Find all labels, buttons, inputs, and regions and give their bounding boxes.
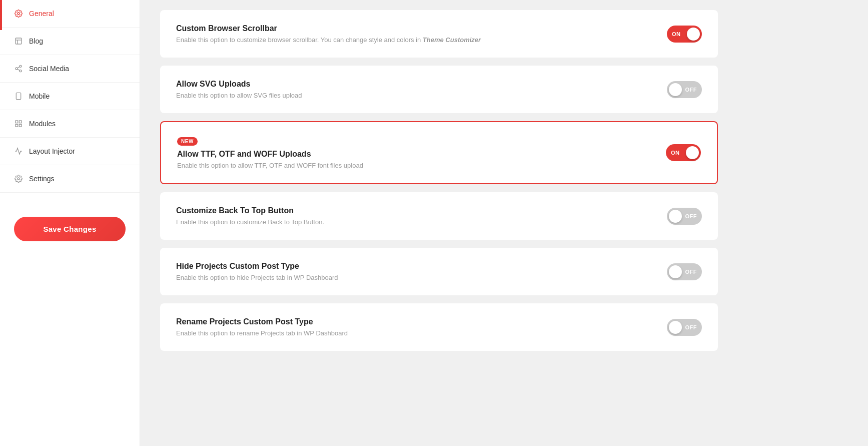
svg-rect-1 [16, 38, 22, 44]
toggle-allow-ttf-otf-woff[interactable]: ON [666, 144, 701, 161]
card-desc-back-to-top: Enable this option to customize Back to … [176, 218, 324, 226]
setting-card-rename-projects: Rename Projects Custom Post Type Enable … [160, 303, 718, 351]
toggle-knob [687, 28, 700, 41]
share-icon [14, 64, 23, 73]
toggle-container-allow-ttf-otf-woff: ON [666, 144, 701, 161]
toggle-container-hide-projects: OFF [667, 263, 702, 280]
card-desc-hide-projects: Enable this option to hide Projects tab … [176, 274, 338, 281]
sidebar-item-blog-label: Blog [29, 37, 43, 45]
svg-rect-13 [19, 124, 22, 127]
toggle-label-on: ON [671, 150, 680, 156]
card-title-allow-svg: Allow SVG Uploads [176, 80, 302, 89]
toggle-hide-projects[interactable]: OFF [667, 263, 702, 280]
active-indicator [0, 0, 2, 30]
sidebar-item-modules-label: Modules [29, 120, 56, 128]
svg-point-15 [18, 178, 20, 180]
sidebar-item-blog[interactable]: Blog [0, 28, 140, 55]
card-text-hide-projects: Hide Projects Custom Post Type Enable th… [176, 262, 338, 281]
gear-icon [14, 9, 23, 18]
card-desc-custom-browser-scrollbar: Enable this option to customize browser … [176, 36, 481, 44]
sidebar-item-settings-label: Settings [29, 175, 55, 183]
save-changes-button[interactable]: Save Changes [14, 217, 126, 241]
modules-icon [14, 119, 23, 128]
sidebar-item-modules[interactable]: Modules [0, 110, 140, 138]
card-desc-rename-projects: Enable this option to rename Projects ta… [176, 329, 348, 337]
card-title-rename-projects: Rename Projects Custom Post Type [176, 317, 348, 326]
card-title-custom-browser-scrollbar: Custom Browser Scrollbar [176, 24, 481, 33]
card-title-back-to-top: Customize Back To Top Button [176, 206, 324, 215]
card-text-allow-ttf-otf-woff: NEW Allow TTF, OTF and WOFF Uploads Enab… [177, 136, 363, 169]
card-desc-allow-ttf-otf-woff: Enable this option to allow TTF, OTF and… [177, 162, 363, 169]
sidebar-item-settings[interactable]: Settings [0, 165, 140, 193]
card-title-allow-ttf-otf-woff: Allow TTF, OTF and WOFF Uploads [177, 150, 363, 159]
toggle-rename-projects[interactable]: OFF [667, 319, 702, 336]
toggle-knob [686, 146, 699, 159]
svg-rect-14 [16, 124, 18, 127]
toggle-knob [669, 321, 682, 334]
svg-point-5 [16, 68, 18, 70]
toggle-label-off: OFF [685, 269, 697, 275]
card-text-back-to-top: Customize Back To Top Button Enable this… [176, 206, 324, 226]
card-text-custom-browser-scrollbar: Custom Browser Scrollbar Enable this opt… [176, 24, 481, 44]
setting-card-custom-browser-scrollbar: Custom Browser Scrollbar Enable this opt… [160, 10, 718, 58]
svg-point-6 [20, 70, 22, 72]
toggle-back-to-top[interactable]: OFF [667, 208, 702, 225]
settings-icon [14, 174, 23, 183]
card-title-hide-projects: Hide Projects Custom Post Type [176, 262, 338, 271]
card-desc-allow-svg: Enable this option to allow SVG files up… [176, 92, 302, 99]
toggle-knob [669, 210, 682, 223]
toggle-label-off: OFF [685, 87, 697, 93]
right-panel [738, 0, 868, 446]
sidebar: General Blog Social Media [0, 0, 140, 446]
toggle-container-rename-projects: OFF [667, 319, 702, 336]
sidebar-item-general[interactable]: General [0, 0, 140, 28]
save-button-container: Save Changes [0, 203, 140, 255]
setting-card-allow-ttf-otf-woff: NEW Allow TTF, OTF and WOFF Uploads Enab… [160, 121, 718, 184]
svg-rect-11 [16, 121, 18, 123]
svg-line-8 [18, 67, 20, 68]
toggle-container-allow-svg: OFF [667, 81, 702, 98]
toggle-container-custom-browser-scrollbar: ON [667, 26, 702, 43]
sidebar-item-social-media-label: Social Media [29, 65, 69, 73]
sidebar-item-general-label: General [29, 10, 54, 18]
card-text-rename-projects: Rename Projects Custom Post Type Enable … [176, 317, 348, 337]
toggle-label-off: OFF [685, 324, 697, 330]
svg-rect-9 [16, 93, 21, 99]
sidebar-item-layout-injector-label: Layout Injector [29, 147, 75, 155]
sidebar-item-layout-injector[interactable]: Layout Injector [0, 138, 140, 165]
svg-line-7 [18, 69, 20, 71]
toggle-label-on: ON [672, 31, 681, 37]
svg-point-0 [18, 13, 20, 15]
svg-rect-12 [19, 121, 22, 123]
layout-icon [14, 147, 23, 156]
sidebar-item-social-media[interactable]: Social Media [0, 55, 140, 83]
toggle-knob [669, 83, 682, 96]
toggle-container-back-to-top: OFF [667, 208, 702, 225]
toggle-label-off: OFF [685, 213, 697, 219]
mobile-icon [14, 92, 23, 101]
card-text-allow-svg: Allow SVG Uploads Enable this option to … [176, 80, 302, 99]
setting-card-hide-projects: Hide Projects Custom Post Type Enable th… [160, 248, 718, 295]
sidebar-item-mobile-label: Mobile [29, 92, 50, 100]
toggle-custom-browser-scrollbar[interactable]: ON [667, 26, 702, 43]
sidebar-item-mobile[interactable]: Mobile [0, 83, 140, 110]
blog-icon [14, 37, 23, 46]
svg-point-4 [20, 65, 22, 67]
toggle-allow-svg[interactable]: OFF [667, 81, 702, 98]
toggle-knob [669, 265, 682, 278]
new-badge: NEW [177, 137, 198, 146]
setting-card-allow-svg: Allow SVG Uploads Enable this option to … [160, 66, 718, 113]
setting-card-back-to-top: Customize Back To Top Button Enable this… [160, 192, 718, 240]
main-content: Custom Browser Scrollbar Enable this opt… [140, 0, 738, 446]
